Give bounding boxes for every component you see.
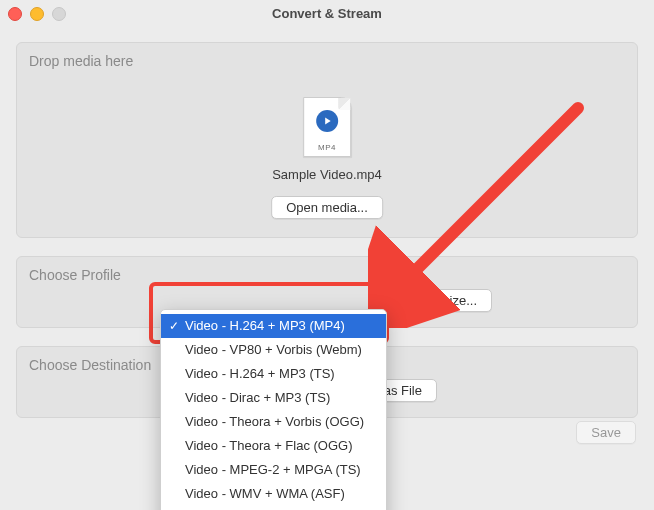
profile-option[interactable]: Video - VP80 + Vorbis (Webm): [161, 338, 386, 362]
file-ext: MP4: [304, 143, 350, 152]
dropped-file: MP4 Sample Video.mp4 Open media...: [271, 97, 383, 219]
drop-media-title: Drop media here: [29, 53, 133, 69]
profile-option[interactable]: Video - Dirac + MP3 (TS): [161, 386, 386, 410]
file-name: Sample Video.mp4: [271, 167, 383, 182]
file-icon: MP4: [303, 97, 351, 157]
window-title: Convert & Stream: [0, 0, 654, 28]
traffic-lights: [8, 7, 66, 21]
choose-destination-title: Choose Destination: [29, 357, 151, 373]
profile-option[interactable]: Video - H.264 + MP3 (MP4): [161, 314, 386, 338]
quicktime-icon: [316, 110, 338, 132]
profile-select-popup[interactable]: Video - H.264 + MP3 (MP4)Video - VP80 + …: [160, 309, 387, 510]
maximize-icon[interactable]: [52, 7, 66, 21]
choose-profile-title: Choose Profile: [29, 267, 121, 283]
profile-option[interactable]: Video - Theora + Flac (OGG): [161, 434, 386, 458]
profile-option[interactable]: Video - Theora + Vorbis (OGG): [161, 410, 386, 434]
profile-option[interactable]: Video - DIV3 + MP3 (ASF): [161, 506, 386, 510]
save-button[interactable]: Save: [576, 421, 636, 444]
profile-option[interactable]: Video - H.264 + MP3 (TS): [161, 362, 386, 386]
profile-option[interactable]: Video - WMV + WMA (ASF): [161, 482, 386, 506]
minimize-icon[interactable]: [30, 7, 44, 21]
customize-button[interactable]: Customize...: [390, 289, 492, 312]
profile-option[interactable]: Video - MPEG-2 + MPGA (TS): [161, 458, 386, 482]
close-icon[interactable]: [8, 7, 22, 21]
drop-media-panel[interactable]: Drop media here MP4 Sample Video.mp4 Ope…: [16, 42, 638, 238]
open-media-button[interactable]: Open media...: [271, 196, 383, 219]
title-bar: Convert & Stream: [0, 0, 654, 28]
